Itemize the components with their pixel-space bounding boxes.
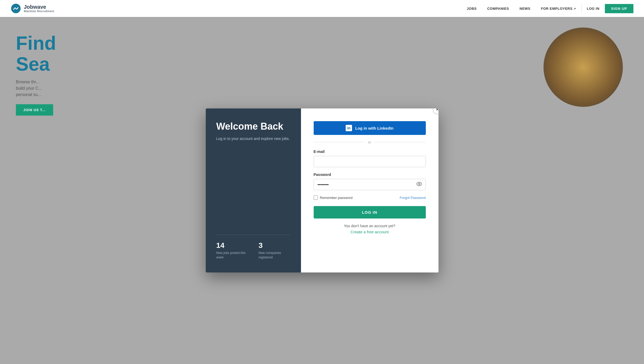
password-wrapper xyxy=(314,179,426,190)
nav-item-companies[interactable]: COMPANIES xyxy=(487,6,509,11)
email-label: E-mail xyxy=(314,149,426,154)
email-input[interactable] xyxy=(314,156,426,167)
stat-jobs-label: New jobs posted this week xyxy=(216,251,248,260)
logo-title: Jobwave xyxy=(24,4,54,10)
page-background: Find Sea Browse thr...build your C...per… xyxy=(0,17,644,364)
nav-item-jobs[interactable]: JOBS xyxy=(467,6,477,11)
forgot-password-link[interactable]: Forgot Password xyxy=(400,196,426,200)
svg-point-1 xyxy=(418,183,420,185)
email-group: E-mail xyxy=(314,149,426,167)
modal-stats: 14 New jobs posted this week 3 New compa… xyxy=(216,235,290,260)
modal-description: Log in to your account and explore new j… xyxy=(216,136,290,142)
modal-title: Welcome Back xyxy=(216,121,290,132)
create-account-link[interactable]: Create a free account xyxy=(314,230,426,234)
no-account-text: You don't have an account yet? xyxy=(314,224,426,228)
nav-links: JOBS COMPANIES NEWS FOR EMPLOYERS xyxy=(467,6,576,11)
remember-password-label[interactable]: Remember password xyxy=(314,195,353,200)
nav-signup-button[interactable]: SIGN UP xyxy=(605,4,633,13)
modal-left-panel: Welcome Back Log in to your account and … xyxy=(206,108,301,272)
linkedin-login-button[interactable]: in Log in with LinkedIn xyxy=(314,121,426,135)
login-modal: × Welcome Back Log in to your account an… xyxy=(206,108,439,272)
logo-subtitle: Maritime Recruitment xyxy=(24,10,54,13)
stat-companies-label: New companies registered xyxy=(259,251,290,260)
stat-companies: 3 New companies registered xyxy=(259,241,290,260)
nav-divider xyxy=(581,5,582,12)
or-divider: or xyxy=(314,140,426,144)
stat-jobs: 14 New jobs posted this week xyxy=(216,241,248,260)
password-group: Password xyxy=(314,172,426,190)
nav-login[interactable]: LOG IN xyxy=(587,7,600,11)
nav-item-news[interactable]: NEWS xyxy=(520,6,531,11)
login-button[interactable]: LOG IN xyxy=(314,206,426,219)
modal-left-top: Welcome Back Log in to your account and … xyxy=(216,121,290,142)
navbar: Jobwave Maritime Recruitment JOBS COMPAN… xyxy=(0,0,644,17)
remember-checkbox[interactable] xyxy=(314,195,318,200)
password-label: Password xyxy=(314,172,426,177)
logo-icon xyxy=(11,3,21,14)
stat-jobs-number: 14 xyxy=(216,241,248,250)
form-options-row: Remember password Forgot Password xyxy=(314,195,426,200)
nav-item-employers[interactable]: FOR EMPLOYERS xyxy=(541,6,576,11)
modal-overlay: × Welcome Back Log in to your account an… xyxy=(0,17,644,364)
show-password-icon[interactable] xyxy=(416,182,422,187)
stat-companies-number: 3 xyxy=(259,241,290,250)
modal-right-panel: in Log in with LinkedIn or E-mail Passwo… xyxy=(301,108,439,272)
password-input[interactable] xyxy=(314,179,426,190)
linkedin-icon: in xyxy=(346,125,352,131)
logo[interactable]: Jobwave Maritime Recruitment xyxy=(11,3,54,14)
